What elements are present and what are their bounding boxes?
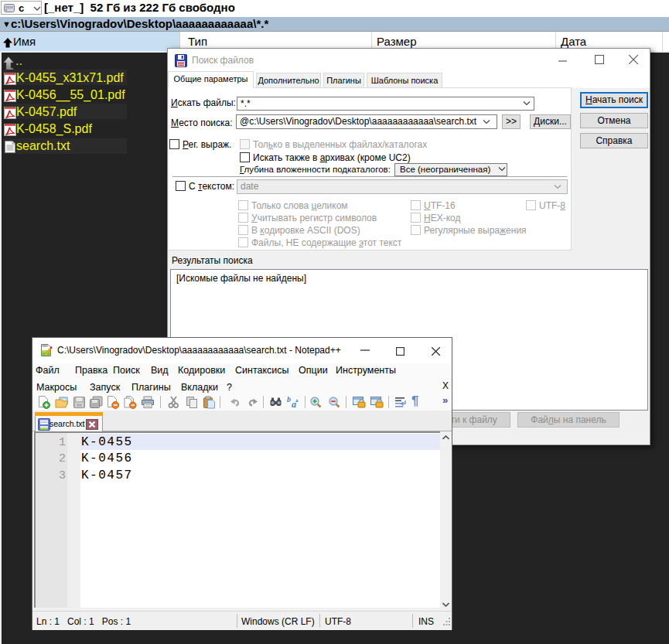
svg-text:b: b [287, 396, 291, 404]
svg-text:a: a [292, 399, 296, 409]
